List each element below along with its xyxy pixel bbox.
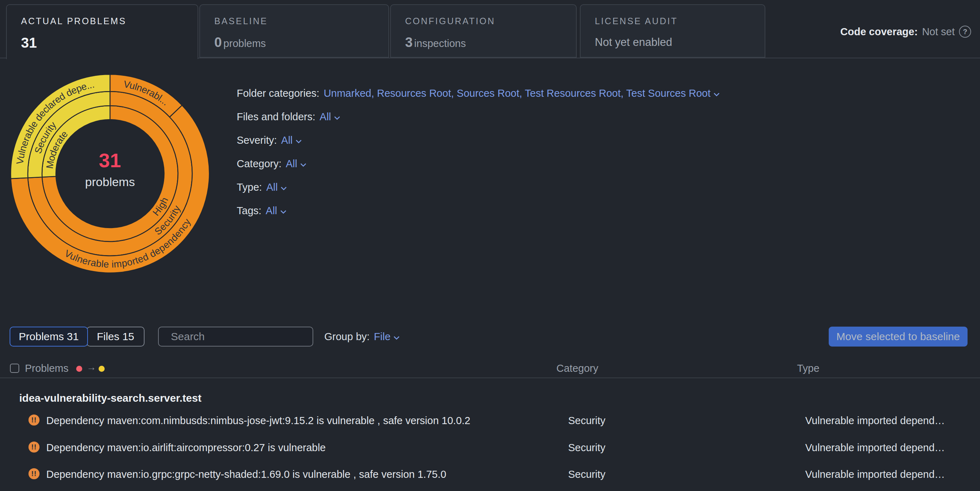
filter-severity: Severity: All — [237, 133, 302, 147]
chevron-down-icon[interactable] — [280, 186, 287, 190]
filter-label: Folder categories: — [237, 87, 319, 99]
filter-files-and-folders: Files and folders: All — [237, 110, 340, 124]
move-to-baseline-button[interactable]: Move selected to baseline — [829, 327, 967, 346]
group-by-control: Group by: File — [324, 327, 400, 346]
filter-label: Tags: — [237, 205, 261, 217]
table-header: Problems → Category Type — [0, 361, 980, 376]
tab-count: 3 — [405, 35, 412, 50]
type-cell: Vulnerable imported depend… — [805, 441, 945, 454]
problem-text[interactable]: Dependency maven:com.nimbusds:nimbus-jos… — [46, 414, 470, 427]
sunburst-center-count: 31 — [99, 149, 121, 172]
type-cell: Vulnerable imported depend… — [805, 467, 945, 481]
tab-label: CONFIGURATION — [405, 16, 576, 26]
high-severity-icon: !! — [29, 468, 40, 479]
filter-label: Files and folders: — [237, 111, 315, 123]
filter-value[interactable]: Unmarked, Resources Root, Sources Root, … — [324, 87, 711, 99]
filter-tags: Tags: All — [237, 203, 286, 218]
chevron-down-icon[interactable] — [334, 116, 340, 120]
problem-text[interactable]: Dependency maven:io.grpc:grpc-netty-shad… — [46, 467, 446, 481]
problem-text[interactable]: Dependency maven:io.airlift:aircompresso… — [46, 441, 326, 454]
filter-category: Category: All — [237, 157, 307, 171]
chevron-down-icon[interactable] — [280, 210, 286, 214]
search-box — [158, 327, 313, 346]
tab-license-audit[interactable]: LICENSE AUDIT Not yet enabled — [580, 4, 765, 58]
tab-actual-problems[interactable]: ACTUAL PROBLEMS 31 — [6, 4, 198, 59]
high-severity-icon: !! — [29, 442, 40, 453]
filter-type: Type: All — [237, 180, 287, 194]
category-cell: Security — [568, 441, 606, 454]
code-coverage: Code coverage: Not set ? — [840, 25, 971, 38]
table-row[interactable]: !! Dependency maven:io.grpc:grpc-netty-s… — [0, 467, 980, 483]
problems-view-toggle[interactable]: Problems 31 — [10, 327, 88, 346]
table-row[interactable]: !! Dependency maven:com.nimbusds:nimbus-… — [0, 414, 980, 429]
report-tab-strip: ACTUAL PROBLEMS 31 BASELINE 0 problems C… — [0, 0, 980, 58]
filter-value[interactable]: All — [266, 181, 278, 193]
tab-label: LICENSE AUDIT — [595, 16, 765, 26]
severity-to-dot — [99, 366, 105, 372]
table-divider — [0, 378, 980, 378]
tab-count: 31 — [21, 35, 197, 51]
tab-count: 0 — [214, 35, 222, 50]
code-coverage-value: Not set — [922, 26, 955, 38]
chevron-down-icon[interactable] — [300, 163, 307, 167]
legend-arrow: → — [86, 362, 96, 373]
tab-label: ACTUAL PROBLEMS — [21, 16, 197, 26]
tab-unit: problems — [224, 38, 266, 49]
filter-value[interactable]: All — [286, 158, 297, 170]
filter-label: Category: — [237, 158, 282, 170]
sunburst-center-label: problems — [85, 175, 135, 189]
filter-value[interactable]: All — [281, 135, 293, 146]
category-cell: Security — [568, 414, 606, 427]
severity-from-dot — [76, 366, 82, 372]
chevron-down-icon[interactable] — [296, 140, 302, 143]
group-by-label: Group by: — [324, 331, 369, 343]
type-cell: Vulnerable imported depend… — [805, 414, 945, 427]
table-row[interactable]: !! Dependency maven:io.airlift:aircompre… — [0, 441, 980, 456]
column-type: Type — [797, 362, 819, 374]
tab-baseline[interactable]: BASELINE 0 problems — [199, 4, 389, 58]
column-category: Category — [557, 362, 598, 374]
tab-label: BASELINE — [214, 16, 388, 26]
files-view-toggle[interactable]: Files 15 — [86, 327, 145, 346]
filter-folder-categories: Folder categories: Unmarked, Resources R… — [237, 86, 720, 100]
search-input[interactable] — [170, 330, 309, 343]
select-all-checkbox[interactable] — [10, 364, 19, 373]
tab-configuration[interactable]: CONFIGURATION 3 inspections — [390, 4, 577, 58]
filter-label: Severity: — [237, 135, 277, 146]
question-circle-icon[interactable]: ? — [959, 25, 971, 38]
filter-value[interactable]: All — [320, 111, 331, 123]
tab-unit: inspections — [414, 38, 466, 49]
group-by-value[interactable]: File — [374, 331, 390, 343]
chevron-down-icon[interactable] — [713, 92, 720, 97]
chevron-down-icon[interactable] — [393, 336, 400, 340]
column-problems: Problems — [25, 362, 69, 374]
category-cell: Security — [568, 467, 606, 481]
high-severity-icon: !! — [29, 415, 40, 426]
problems-sunburst-chart: HighModerateSecuritySecurityVulnerabl...… — [0, 64, 221, 284]
filter-value[interactable]: All — [266, 205, 277, 217]
group-row[interactable]: idea-vulnerability-search.server.test — [19, 392, 202, 404]
code-coverage-label: Code coverage: — [840, 26, 918, 38]
tab-status: Not yet enabled — [595, 36, 765, 49]
filter-label: Type: — [237, 181, 262, 193]
